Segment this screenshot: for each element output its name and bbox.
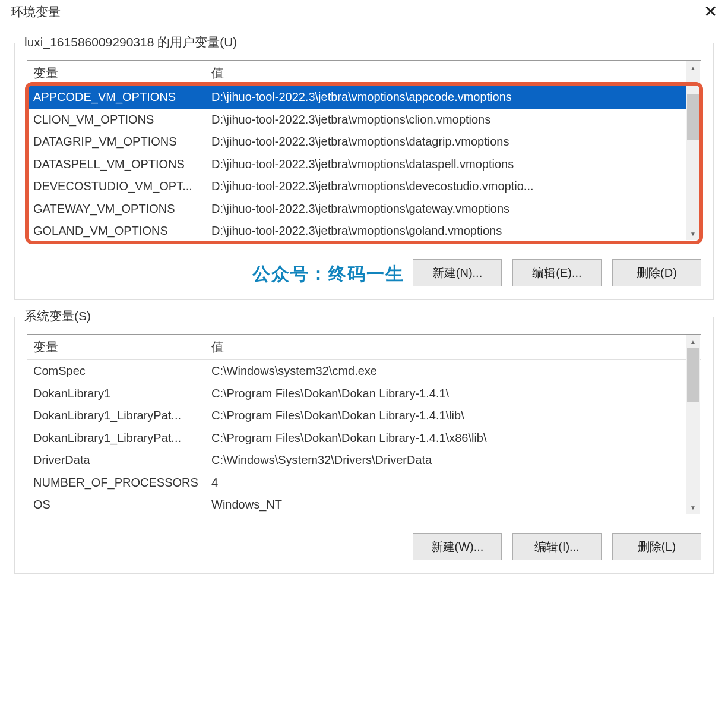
cell-variable: DokanLibrary1: [27, 384, 205, 403]
system-vars-group: 系统变量(S) 变量 值 ComSpecC:\Windows\system32\…: [14, 317, 714, 574]
cell-variable: DATAGRIP_VM_OPTIONS: [27, 132, 205, 151]
cell-variable: DokanLibrary1_LibraryPat...: [27, 429, 205, 447]
cell-value: Windows_NT: [205, 496, 701, 514]
cell-value: 4: [205, 474, 701, 492]
window-title: 环境变量: [11, 4, 61, 20]
table-row[interactable]: ComSpecC:\Windows\system32\cmd.exe: [27, 360, 701, 383]
cell-value: C:\Windows\system32\cmd.exe: [205, 362, 701, 380]
table-row[interactable]: GOLAND_VM_OPTIONSD:\jihuo-tool-2022.3\je…: [27, 220, 701, 241]
table-row[interactable]: APPCODE_VM_OPTIONSD:\jihuo-tool-2022.3\j…: [27, 86, 701, 109]
cell-value: C:\Program Files\Dokan\Dokan Library-1.4…: [205, 429, 701, 447]
scroll-thumb[interactable]: [687, 94, 699, 140]
table-row[interactable]: CLION_VM_OPTIONSD:\jihuo-tool-2022.3\jet…: [27, 109, 701, 131]
table-header: 变量 值: [27, 61, 701, 86]
user-delete-button[interactable]: 删除(D): [612, 259, 701, 286]
user-vars-table[interactable]: 变量 值 APPCODE_VM_OPTIONSD:\jihuo-tool-202…: [27, 60, 701, 241]
user-vars-group: luxi_161586009290318 的用户变量(U) 变量 值 APPCO…: [14, 43, 714, 300]
scroll-thumb[interactable]: [687, 348, 699, 402]
system-header-var[interactable]: 变量: [27, 335, 205, 359]
cell-variable: NUMBER_OF_PROCESSORS: [27, 474, 205, 492]
table-row[interactable]: GATEWAY_VM_OPTIONSD:\jihuo-tool-2022.3\j…: [27, 198, 701, 220]
cell-value: D:\jihuo-tool-2022.3\jetbra\vmoptions\da…: [205, 132, 701, 151]
cell-value: C:\Program Files\Dokan\Dokan Library-1.4…: [205, 384, 701, 403]
cell-variable: OS: [27, 496, 205, 514]
cell-value: D:\jihuo-tool-2022.3\jetbra\vmoptions\ap…: [205, 88, 701, 106]
system-delete-button[interactable]: 删除(L): [612, 533, 701, 560]
cell-value: D:\jihuo-tool-2022.3\jetbra\vmoptions\cl…: [205, 111, 701, 129]
table-row[interactable]: DriverDataC:\Windows\System32\Drivers\Dr…: [27, 449, 701, 472]
system-vars-legend: 系统变量(S): [21, 308, 94, 324]
cell-value: D:\jihuo-tool-2022.3\jetbra\vmoptions\go…: [205, 222, 701, 240]
system-edit-button[interactable]: 编辑(I)...: [512, 533, 602, 560]
table-row[interactable]: OSWindows_NT: [27, 494, 701, 515]
system-new-button[interactable]: 新建(W)...: [413, 533, 502, 560]
user-scrollbar[interactable]: ▲ ▼: [686, 61, 700, 240]
cell-variable: GOLAND_VM_OPTIONS: [27, 222, 205, 240]
cell-variable: ComSpec: [27, 362, 205, 380]
cell-value: D:\jihuo-tool-2022.3\jetbra\vmoptions\da…: [205, 155, 701, 173]
user-header-val[interactable]: 值: [205, 61, 701, 86]
user-vars-legend: luxi_161586009290318 的用户变量(U): [21, 34, 240, 51]
cell-variable: CLION_VM_OPTIONS: [27, 111, 205, 129]
scroll-up-icon[interactable]: ▲: [686, 335, 700, 348]
cell-variable: APPCODE_VM_OPTIONS: [27, 88, 205, 106]
cell-value: C:\Windows\System32\Drivers\DriverData: [205, 451, 701, 469]
table-row[interactable]: DokanLibrary1C:\Program Files\Dokan\Doka…: [27, 383, 701, 405]
system-header-val[interactable]: 值: [205, 335, 701, 359]
user-buttons-row: 公众号：终码一生 新建(N)... 编辑(E)... 删除(D): [27, 259, 701, 286]
user-new-button[interactable]: 新建(N)...: [413, 259, 502, 286]
scroll-down-icon[interactable]: ▼: [686, 501, 700, 514]
cell-variable: DriverData: [27, 451, 205, 469]
system-scrollbar[interactable]: ▲ ▼: [686, 335, 700, 514]
table-row[interactable]: DokanLibrary1_LibraryPat...C:\Program Fi…: [27, 427, 701, 450]
watermark-text: 公众号：终码一生: [252, 262, 404, 286]
cell-value: D:\jihuo-tool-2022.3\jetbra\vmoptions\ga…: [205, 200, 701, 218]
scroll-down-icon[interactable]: ▼: [686, 227, 700, 240]
system-buttons-row: 新建(W)... 编辑(I)... 删除(L): [27, 533, 701, 560]
user-header-var[interactable]: 变量: [27, 61, 205, 86]
user-edit-button[interactable]: 编辑(E)...: [512, 259, 602, 286]
table-row[interactable]: DokanLibrary1_LibraryPat...C:\Program Fi…: [27, 405, 701, 427]
table-row[interactable]: DEVECOSTUDIO_VM_OPT...D:\jihuo-tool-2022…: [27, 175, 701, 198]
system-vars-table[interactable]: 变量 值 ComSpecC:\Windows\system32\cmd.exeD…: [27, 334, 701, 515]
table-row[interactable]: DATAGRIP_VM_OPTIONSD:\jihuo-tool-2022.3\…: [27, 131, 701, 153]
table-header: 变量 值: [27, 335, 701, 360]
cell-variable: DATASPELL_VM_OPTIONS: [27, 155, 205, 173]
cell-variable: GATEWAY_VM_OPTIONS: [27, 200, 205, 218]
scroll-up-icon[interactable]: ▲: [686, 61, 700, 74]
cell-value: D:\jihuo-tool-2022.3\jetbra\vmoptions\de…: [205, 177, 701, 195]
cell-variable: DEVECOSTUDIO_VM_OPT...: [27, 177, 205, 195]
cell-value: C:\Program Files\Dokan\Dokan Library-1.4…: [205, 406, 701, 425]
cell-variable: DokanLibrary1_LibraryPat...: [27, 406, 205, 425]
table-row[interactable]: DATASPELL_VM_OPTIONSD:\jihuo-tool-2022.3…: [27, 153, 701, 176]
close-icon[interactable]: ✕: [700, 4, 721, 20]
table-row[interactable]: NUMBER_OF_PROCESSORS4: [27, 472, 701, 494]
